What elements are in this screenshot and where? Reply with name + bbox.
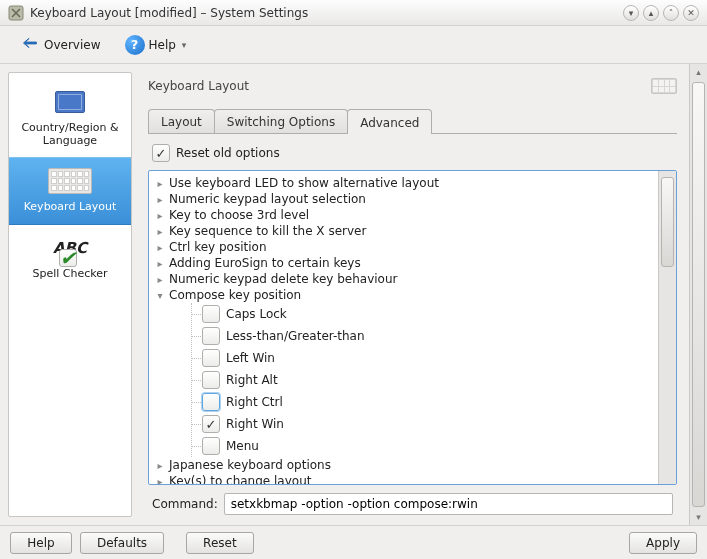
tree-item[interactable]: Use keyboard LED to show alternative lay… — [155, 175, 652, 191]
scroll-down-icon[interactable]: ▾ — [690, 509, 707, 525]
tree-item[interactable]: Adding EuroSign to certain keys — [155, 255, 652, 271]
help-button[interactable]: Help — [10, 532, 72, 554]
option-checkbox[interactable] — [202, 393, 220, 411]
scroll-thumb[interactable] — [692, 82, 705, 507]
option-checkbox[interactable] — [202, 327, 220, 345]
tab-advanced[interactable]: Advanced — [347, 109, 432, 134]
title-bar: Keyboard Layout [modified] – System Sett… — [0, 0, 707, 26]
sidebar-item-spell-checker[interactable]: ABC✔ Spell Checker — [9, 225, 131, 290]
sidebar-item-label: Keyboard Layout — [13, 200, 127, 213]
keyboard-small-icon — [651, 78, 677, 94]
tree-item[interactable]: Key sequence to kill the X server — [155, 223, 652, 239]
window-max-up-button[interactable]: ▴ — [643, 5, 659, 21]
options-tree[interactable]: Use keyboard LED to show alternative lay… — [149, 171, 658, 484]
content-scrollbar[interactable]: ▴ ▾ — [689, 64, 707, 525]
reset-button[interactable]: Reset — [186, 532, 254, 554]
window-close-button[interactable]: ✕ — [683, 5, 699, 21]
flag-icon — [55, 91, 85, 113]
tree-child[interactable]: Right Ctrl — [192, 391, 652, 413]
tree-item[interactable]: Numeric keypad layout selection — [155, 191, 652, 207]
option-checkbox[interactable] — [202, 349, 220, 367]
option-checkbox[interactable] — [202, 415, 220, 433]
window-min-button[interactable]: ▾ — [623, 5, 639, 21]
keyboard-icon — [48, 168, 92, 194]
overview-button[interactable]: Overview — [10, 28, 109, 61]
defaults-button[interactable]: Defaults — [80, 532, 164, 554]
spellcheck-icon: ABC✔ — [53, 239, 87, 257]
window-max-button[interactable]: ˄ — [663, 5, 679, 21]
tree-scrollbar[interactable] — [658, 171, 676, 484]
tree-item[interactable]: Key to choose 3rd level — [155, 207, 652, 223]
sidebar-item-label: Country/Region & Language — [13, 121, 127, 147]
apply-button[interactable]: Apply — [629, 532, 697, 554]
tab-bar: Layout Switching Options Advanced — [148, 108, 677, 134]
sidebar-item-keyboard-layout[interactable]: Keyboard Layout — [9, 157, 131, 224]
tree-item[interactable]: Key(s) to change layout — [155, 473, 652, 484]
window-title: Keyboard Layout [modified] – System Sett… — [30, 6, 623, 20]
reset-old-options-label: Reset old options — [176, 146, 280, 160]
tree-child[interactable]: Caps Lock — [192, 303, 652, 325]
tree-child[interactable]: Less-than/Greater-than — [192, 325, 652, 347]
sidebar: Country/Region & Language Keyboard Layou… — [0, 64, 140, 525]
option-checkbox[interactable] — [202, 305, 220, 323]
overview-label: Overview — [44, 38, 101, 52]
tree-child[interactable]: Left Win — [192, 347, 652, 369]
reset-old-options-checkbox[interactable] — [152, 144, 170, 162]
tab-switching-options[interactable]: Switching Options — [214, 109, 348, 133]
pane-title: Keyboard Layout — [148, 79, 249, 93]
command-input[interactable] — [224, 493, 673, 515]
tree-child[interactable]: Right Alt — [192, 369, 652, 391]
back-arrow-icon — [18, 32, 40, 57]
app-icon — [8, 5, 24, 21]
tree-item[interactable]: Ctrl key position — [155, 239, 652, 255]
option-checkbox[interactable] — [202, 437, 220, 455]
button-bar: Help Defaults Reset Apply — [0, 525, 707, 559]
toolbar: Overview ? Help ▾ — [0, 26, 707, 64]
option-checkbox[interactable] — [202, 371, 220, 389]
scroll-thumb[interactable] — [661, 177, 674, 267]
tree-item-compose[interactable]: Compose key position — [155, 287, 652, 303]
scroll-up-icon[interactable]: ▴ — [690, 64, 707, 80]
help-label: Help — [149, 38, 176, 52]
command-label: Command: — [152, 497, 218, 511]
help-icon: ? — [125, 35, 145, 55]
dropdown-icon: ▾ — [182, 40, 187, 50]
tree-item[interactable]: Japanese keyboard options — [155, 457, 652, 473]
content-pane: Keyboard Layout Layout Switching Options… — [140, 64, 689, 525]
tree-child[interactable]: Menu — [192, 435, 652, 457]
tree-child[interactable]: Right Win — [192, 413, 652, 435]
tab-layout[interactable]: Layout — [148, 109, 215, 133]
sidebar-item-country-region[interactable]: Country/Region & Language — [9, 79, 131, 157]
help-menu-button[interactable]: ? Help ▾ — [117, 31, 195, 59]
tree-item[interactable]: Numeric keypad delete key behaviour — [155, 271, 652, 287]
